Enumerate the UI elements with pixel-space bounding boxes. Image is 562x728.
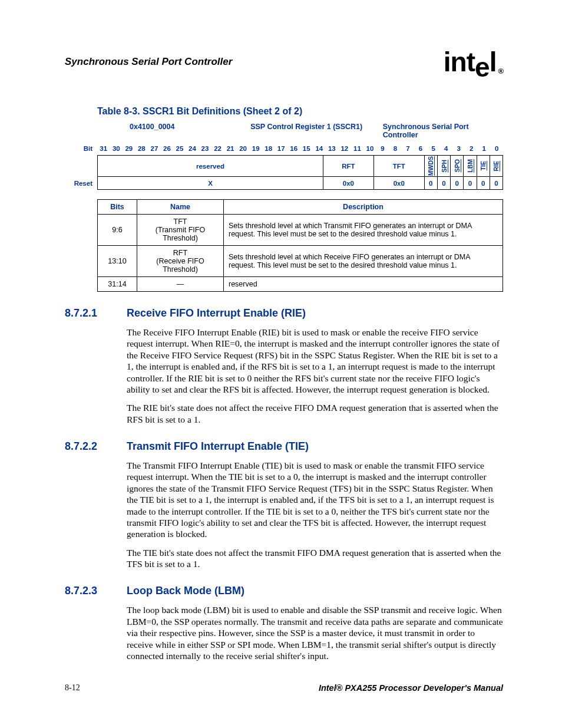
bit-number: 15 — [300, 145, 313, 152]
bit-number: 14 — [313, 145, 326, 152]
page-footer: 8-12 Intel® PXA255 Processor Developer's… — [65, 683, 503, 693]
reset-sph: 0 — [438, 177, 451, 190]
page: Synchronous Serial Port Controller intel… — [0, 0, 562, 728]
bit-numbers: 3130292827262524232221201918171615141312… — [97, 145, 503, 152]
bit-number: 31 — [97, 145, 110, 152]
cell-name: TFT(Transmit FIFO Threshold) — [137, 215, 224, 246]
cell-bits: 9:6 — [98, 215, 137, 246]
bit-number: 7 — [402, 145, 415, 152]
bit-number: 24 — [186, 145, 199, 152]
cell-desc: reserved — [224, 277, 503, 292]
reset-lbm: 0 — [464, 177, 477, 190]
cell-bits: 31:14 — [98, 277, 137, 292]
cell-bits: 13:10 — [98, 246, 137, 277]
bit-diagram: Bit 313029282726252423222120191817161514… — [65, 145, 503, 190]
section-number: 8.7.2.1 — [65, 307, 127, 319]
table-row: 31:14—reserved — [98, 277, 503, 292]
bit-number: 5 — [427, 145, 440, 152]
reset-tft: 0x0 — [374, 177, 425, 190]
section-title: Receive FIFO Interrupt Enable (RIE) — [127, 307, 306, 319]
th-desc: Description — [224, 200, 503, 215]
reset-rie: 0 — [490, 177, 503, 190]
field-rie: RIE — [490, 156, 503, 177]
cell-desc: Sets threshold level at which Transmit F… — [224, 215, 503, 246]
th-name: Name — [137, 200, 224, 215]
field-tft: TFT — [374, 156, 425, 177]
field-rft: RFT — [323, 156, 374, 177]
field-sph: SPH — [438, 156, 451, 177]
table-caption: Table 8-3. SSCR1 Bit Definitions (Sheet … — [97, 106, 503, 117]
section-title: Transmit FIFO Interrupt Enable (TIE) — [127, 440, 309, 453]
bit-number: 11 — [351, 145, 364, 152]
field-reserved: reserved — [98, 156, 323, 177]
bit-number: 13 — [326, 145, 339, 152]
bit-number: 17 — [275, 145, 287, 152]
register-controller: Synchronous Serial Port Controller — [383, 123, 503, 139]
reset-rft: 0x0 — [323, 177, 374, 190]
paragraph: The Receive FIFO Interrupt Enable (RIE) … — [127, 327, 503, 395]
bit-number: 16 — [287, 145, 300, 152]
table-row: 13:10RFT(Receive FIFO Threshold)Sets thr… — [98, 246, 503, 277]
bit-label: Bit — [65, 145, 97, 152]
paragraph: The Transmit FIFO Interrupt Enable (TIE)… — [127, 460, 503, 540]
bit-number: 18 — [262, 145, 275, 152]
bit-number: 20 — [237, 145, 250, 152]
register-address: 0x4100_0004 — [97, 123, 250, 139]
doc-title: Synchronous Serial Port Controller — [65, 56, 232, 68]
field-lbm: LBM — [464, 156, 477, 177]
section-heading: 8.7.2.1Receive FIFO Interrupt Enable (RI… — [65, 307, 503, 319]
register-name: SSP Control Register 1 (SSCR1) — [250, 123, 383, 139]
reset-row: X 0x0 0x0 0 0 0 0 0 0 — [97, 177, 503, 190]
bit-number: 8 — [389, 145, 402, 152]
bit-number: 4 — [439, 145, 452, 152]
bit-number: 23 — [199, 145, 211, 152]
bit-number: 9 — [376, 145, 389, 152]
reset-spo: 0 — [451, 177, 464, 190]
section-number: 8.7.2.3 — [65, 585, 127, 597]
bit-number: 27 — [148, 145, 161, 152]
table-row: 9:6TFT(Transmit FIFO Threshold)Sets thre… — [98, 215, 503, 246]
bit-number: 2 — [465, 145, 478, 152]
bit-number: 29 — [123, 145, 135, 152]
page-header: Synchronous Serial Port Controller intel… — [65, 46, 503, 78]
field-spo: SPO — [451, 156, 464, 177]
description-table: Bits Name Description 9:6TFT(Transmit FI… — [97, 199, 503, 292]
bit-number: 12 — [338, 145, 351, 152]
register-info-row: 0x4100_0004 SSP Control Register 1 (SSCR… — [97, 123, 503, 139]
bit-number: 21 — [224, 145, 237, 152]
bit-number: 1 — [478, 145, 491, 152]
bit-number: 6 — [414, 145, 427, 152]
reset-label: Reset — [65, 177, 97, 190]
bit-number: 3 — [452, 145, 465, 152]
bit-number: 30 — [110, 145, 123, 152]
section-number: 8.7.2.2 — [65, 440, 127, 453]
bit-number: 19 — [249, 145, 262, 152]
cell-name: RFT(Receive FIFO Threshold) — [137, 246, 224, 277]
bit-number: 22 — [211, 145, 224, 152]
bit-number: 10 — [363, 145, 376, 152]
cell-desc: Sets threshold level at which Receive FI… — [224, 246, 503, 277]
manual-title: Intel® PXA255 Processor Developer's Manu… — [319, 683, 503, 693]
cell-name: — — [137, 277, 224, 292]
paragraph: The loop back mode (LBM) bit is used to … — [127, 604, 503, 661]
bit-number: 26 — [161, 145, 174, 152]
intel-logo: intel® — [444, 46, 503, 78]
bit-number: 28 — [135, 145, 148, 152]
field-mwds: MWDS — [425, 156, 438, 177]
page-number: 8-12 — [65, 683, 80, 693]
reset-mwds: 0 — [425, 177, 438, 190]
th-bits: Bits — [98, 200, 137, 215]
bit-number: 0 — [490, 145, 503, 152]
section-heading: 8.7.2.3Loop Back Mode (LBM) — [65, 585, 503, 597]
section-heading: 8.7.2.2Transmit FIFO Interrupt Enable (T… — [65, 440, 503, 453]
paragraph: The TIE bit's state does not affect the … — [127, 547, 503, 570]
reset-tie: 0 — [477, 177, 490, 190]
paragraph: The RIE bit's state does not affect the … — [127, 402, 503, 425]
reset-reserved: X — [98, 177, 323, 190]
bit-number: 25 — [173, 145, 186, 152]
section-title: Loop Back Mode (LBM) — [127, 585, 244, 597]
field-row: reserved RFT TFT MWDS SPH SPO LBM TIE RI… — [97, 155, 503, 177]
field-tie: TIE — [477, 156, 490, 177]
